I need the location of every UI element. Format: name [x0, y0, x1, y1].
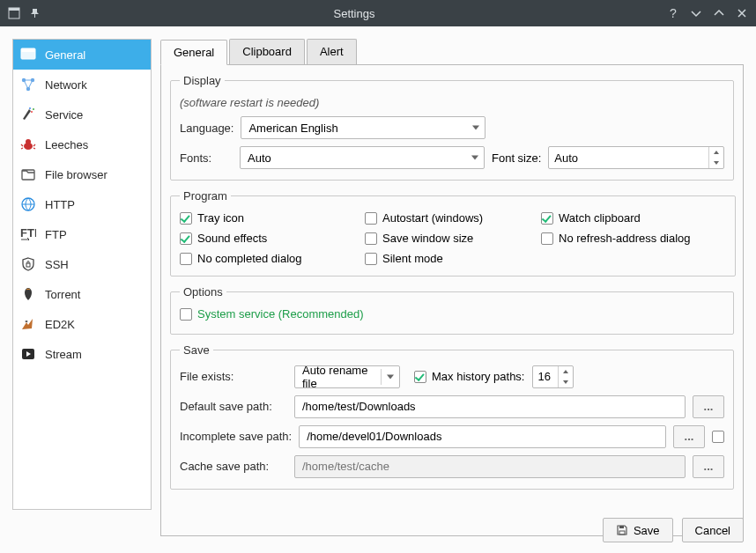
check-label: Tray icon — [197, 211, 244, 225]
check-no-refresh-dialog[interactable]: No refresh-address dialog — [541, 232, 726, 245]
svg-rect-1 — [9, 8, 19, 11]
svg-rect-3 — [21, 48, 35, 52]
sidebar-item-general[interactable]: General — [13, 40, 151, 70]
spin-down[interactable] — [559, 377, 573, 387]
options-group: Options System service (Recommended) — [170, 285, 734, 335]
svg-point-12 — [26, 139, 31, 144]
footer: Save Cancel — [603, 518, 744, 542]
sidebar-item-file-browser[interactable]: File browser — [13, 159, 151, 189]
display-legend: Display — [180, 74, 225, 87]
sidebar-item-torrent[interactable]: Torrent — [13, 279, 151, 309]
ssh-icon — [20, 256, 36, 272]
options-legend: Options — [180, 285, 226, 299]
save-button[interactable]: Save — [603, 518, 673, 542]
tab-clipboard[interactable]: Clipboard — [229, 39, 305, 64]
checkbox-icon — [541, 232, 553, 245]
browse-cache-button[interactable]: ... — [693, 455, 724, 478]
sidebar-item-label: General — [45, 48, 85, 62]
spin-down[interactable] — [709, 158, 723, 168]
svg-point-10 — [29, 107, 31, 109]
fonts-label: Fonts: — [180, 151, 233, 165]
close-icon[interactable] — [735, 6, 749, 20]
sidebar-item-stream[interactable]: Stream — [13, 339, 151, 369]
incomplete-enable-checkbox[interactable] — [712, 431, 724, 443]
cache-path-label: Cache save path: — [180, 460, 287, 473]
program-group: Program Tray icon Autostart (windows) Wa… — [170, 189, 736, 276]
incomplete-path-input[interactable] — [299, 425, 666, 448]
default-path-input[interactable] — [294, 395, 686, 418]
language-select[interactable]: American English — [241, 116, 485, 139]
check-watch-clipboard[interactable]: Watch clipboard — [541, 211, 726, 225]
tab-alert[interactable]: Alert — [307, 39, 357, 64]
check-sound-effects[interactable]: Sound effects — [180, 232, 356, 245]
svg-point-8 — [31, 111, 33, 113]
sidebar-item-service[interactable]: Service — [13, 100, 151, 129]
checkbox-icon — [541, 212, 553, 225]
sidebar-item-leeches[interactable]: Leeches — [13, 129, 151, 159]
check-no-completed-dialog[interactable]: No completed dialog — [180, 252, 356, 265]
fontsize-label: Font size: — [492, 151, 541, 165]
leeches-icon — [20, 136, 36, 152]
check-label: Silent mode — [382, 252, 443, 265]
sidebar-item-http[interactable]: HTTP — [13, 189, 151, 219]
titlebar: Settings ? — [0, 0, 756, 26]
fonts-select[interactable]: Auto — [240, 146, 485, 169]
max-history-input[interactable] — [533, 366, 558, 387]
max-history-spin[interactable] — [532, 365, 574, 388]
maximize-icon[interactable] — [712, 6, 726, 20]
sidebar-item-ed2k[interactable]: ED2K — [13, 309, 151, 339]
checkbox-icon — [180, 212, 192, 225]
tabs: General Clipboard Alert — [160, 39, 744, 64]
svg-rect-16 — [26, 263, 30, 267]
check-label: Autostart (windows) — [382, 211, 483, 225]
sidebar-item-label: Stream — [45, 348, 82, 361]
save-legend: Save — [180, 343, 213, 357]
tab-label: Alert — [320, 45, 344, 58]
ellipsis-icon: ... — [685, 430, 694, 443]
browse-incomplete-button[interactable]: ... — [673, 425, 705, 448]
chevron-down-icon — [472, 126, 479, 130]
svg-point-9 — [33, 108, 34, 110]
check-tray-icon[interactable]: Tray icon — [180, 211, 356, 225]
spin-up[interactable] — [559, 366, 573, 377]
sidebar-item-label: Service — [45, 108, 83, 122]
check-label: Sound effects — [197, 232, 267, 245]
program-legend: Program — [180, 189, 231, 203]
svg-text:FTP: FTP — [20, 228, 36, 240]
tab-panel: Display (software restart is needed) Lan… — [160, 64, 744, 536]
display-group: Display (software restart is needed) Lan… — [170, 74, 734, 181]
fontsize-spin[interactable] — [548, 146, 724, 169]
checkbox-icon — [414, 371, 426, 383]
svg-point-17 — [26, 321, 28, 322]
check-label: Watch clipboard — [559, 211, 641, 225]
fontsize-input[interactable] — [549, 147, 708, 168]
sidebar-item-ssh[interactable]: SSH — [13, 249, 151, 279]
check-autostart[interactable]: Autostart (windows) — [365, 211, 532, 225]
help-icon[interactable]: ? — [666, 6, 680, 20]
check-max-history[interactable]: Max history paths: — [414, 370, 525, 383]
check-label: Save window size — [382, 232, 473, 245]
incomplete-path-label: Incomplete save path: — [180, 430, 292, 443]
spin-up[interactable] — [709, 147, 723, 158]
check-save-window-size[interactable]: Save window size — [365, 232, 532, 245]
sidebar-item-label: Network — [45, 78, 87, 92]
sidebar-item-ftp[interactable]: FTP FTP — [13, 219, 151, 249]
save-group: Save File exists: Auto rename file Max h… — [170, 343, 734, 490]
browse-default-button[interactable]: ... — [693, 395, 724, 418]
cache-path-input[interactable] — [294, 455, 686, 478]
check-system-service[interactable]: System service (Recommended) — [180, 307, 364, 321]
ed2k-icon — [20, 316, 36, 332]
pin-icon[interactable] — [28, 6, 42, 20]
minimize-icon[interactable] — [689, 6, 703, 20]
file-exists-select[interactable]: Auto rename file — [294, 365, 400, 388]
tab-general[interactable]: General — [160, 40, 227, 65]
checkbox-icon — [180, 253, 192, 265]
app-menu-icon[interactable] — [7, 6, 21, 20]
sidebar-item-label: ED2K — [45, 318, 75, 331]
sidebar-item-network[interactable]: Network — [13, 70, 151, 100]
checkbox-icon — [365, 232, 377, 245]
cancel-button[interactable]: Cancel — [682, 518, 744, 542]
window-title: Settings — [42, 7, 666, 20]
sidebar-item-label: SSH — [45, 258, 69, 271]
check-silent-mode[interactable]: Silent mode — [365, 252, 532, 265]
